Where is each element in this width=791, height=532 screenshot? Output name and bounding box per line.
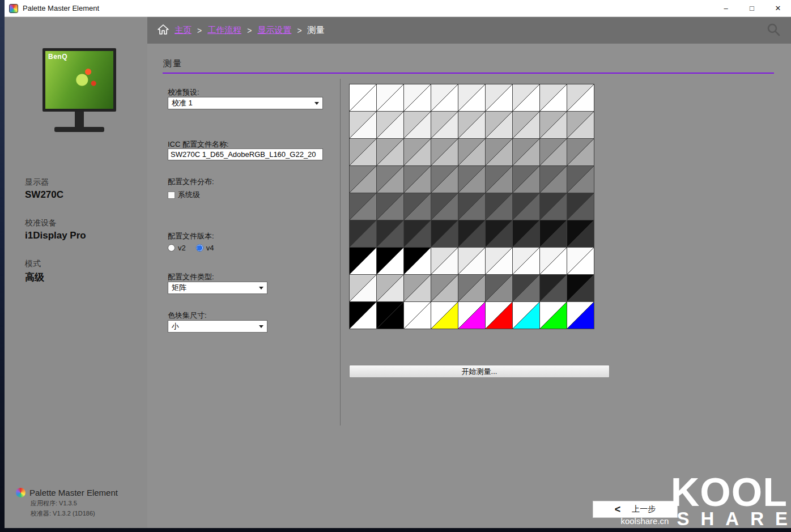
patch-cell [377, 139, 403, 165]
patch-cell [567, 302, 594, 329]
patch-cell [486, 84, 512, 111]
breadcrumb-current: 测量 [308, 25, 325, 36]
patch-cell [458, 166, 485, 193]
patch-cell [431, 84, 458, 111]
patch-cell [404, 139, 431, 165]
patch-cell [540, 220, 567, 247]
patch-cell [540, 275, 567, 301]
profile-type-select[interactable]: 矩阵 [168, 282, 267, 294]
calibrator-value: i1Display Pro [25, 230, 86, 241]
patch-cell [567, 220, 594, 247]
patch-cell [458, 275, 485, 301]
footer-app-version: 应用程序: V1.3.5 [31, 499, 118, 508]
main-area: 主页 > 工作流程 > 显示设置 > 测量 测量 校准预设: 校准 1 [147, 17, 791, 528]
display-label: 显示器 [25, 177, 63, 188]
system-level-label: 系统级 [178, 190, 200, 200]
patch-cell [513, 302, 539, 329]
patch-grid [349, 84, 594, 329]
patch-cell [350, 84, 376, 111]
patch-cell [350, 220, 376, 247]
palette-logo-icon [16, 488, 25, 497]
patch-cell [350, 275, 376, 301]
patch-cell [540, 139, 567, 165]
profile-distribution-label: 配置文件分布: [168, 177, 214, 187]
breadcrumb-separator: > [297, 26, 301, 35]
patch-cell [377, 220, 403, 247]
radio-v2[interactable] [168, 244, 175, 252]
patch-cell [567, 166, 594, 193]
preset-label: 校准预设: [168, 87, 199, 97]
monitor-screen: BenQ [42, 48, 116, 112]
maximize-button[interactable]: □ [739, 0, 765, 16]
patch-cell [486, 112, 512, 138]
patch-cell [404, 248, 431, 274]
patch-cell [486, 193, 512, 220]
patch-cell [540, 166, 567, 193]
monitor-stand [75, 111, 84, 127]
patch-cell [540, 302, 567, 329]
patch-cell [567, 139, 594, 165]
radio-v4[interactable] [196, 244, 203, 252]
patch-cell [350, 139, 376, 165]
breadcrumb-separator: > [197, 26, 202, 35]
patch-cell [431, 275, 458, 301]
patch-cell [486, 166, 512, 193]
minimize-button[interactable]: – [713, 0, 739, 16]
patch-cell [458, 84, 485, 111]
patch-cell [567, 248, 594, 274]
patch-cell [513, 220, 539, 247]
patch-cell [567, 84, 594, 111]
radio-v2-label: v2 [178, 244, 186, 252]
patch-cell [458, 220, 485, 247]
mode-label: 模式 [25, 259, 44, 269]
page-title: 测量 [163, 58, 182, 69]
patch-cell [540, 84, 567, 111]
patch-size-select[interactable]: 小 [168, 320, 267, 333]
patch-cell [431, 112, 458, 138]
patch-cell [377, 248, 403, 274]
title-bar: Palette Master Element – □ ✕ [5, 0, 791, 17]
mode-value: 高级 [25, 271, 44, 284]
patch-size-label: 色块集尺寸: [168, 310, 207, 321]
radio-v4-label: v4 [206, 244, 214, 252]
home-icon[interactable] [158, 24, 169, 37]
mode-info: 模式 高级 [25, 259, 44, 284]
title-divider [163, 73, 774, 74]
patch-cell [567, 275, 594, 301]
patch-cell [404, 302, 431, 329]
patch-cell [377, 302, 403, 329]
patch-cell [377, 112, 403, 138]
patch-cell [404, 220, 431, 247]
start-measure-button[interactable]: 开始测量... [349, 365, 610, 378]
patch-cell [486, 248, 512, 274]
system-level-checkbox[interactable] [168, 191, 175, 199]
patch-cell [513, 275, 539, 301]
preset-select[interactable]: 校准 1 [168, 97, 323, 109]
patch-cell [431, 220, 458, 247]
patch-size-value: 小 [172, 321, 179, 331]
preset-select-value: 校准 1 [172, 98, 193, 108]
patch-cell [486, 302, 512, 329]
patch-cell [404, 112, 431, 138]
calibrator-info: 校准设备 i1Display Pro [25, 218, 86, 241]
patch-cell [540, 193, 567, 220]
profile-type-value: 矩阵 [172, 283, 186, 293]
breadcrumb-workflow[interactable]: 工作流程 [207, 25, 241, 36]
patch-cell [513, 248, 539, 274]
icc-filename-input[interactable]: SW270C 1_D65_AdobeRGB_L160_G22_20 [168, 148, 323, 160]
close-button[interactable]: ✕ [765, 0, 791, 16]
calibrator-label: 校准设备 [25, 218, 86, 228]
search-icon[interactable] [766, 22, 781, 39]
patch-cell [404, 84, 431, 111]
back-button[interactable]: < 上一步 [593, 501, 678, 518]
display-info: 显示器 SW270C [25, 177, 63, 201]
patch-cell [486, 139, 512, 165]
patch-cell [540, 248, 567, 274]
patch-cell [540, 112, 567, 138]
breadcrumb-display-settings[interactable]: 显示设置 [257, 25, 291, 36]
patch-cell [431, 302, 458, 329]
breadcrumb-home[interactable]: 主页 [175, 25, 192, 36]
patch-cell [350, 193, 376, 220]
chevron-down-icon [314, 102, 319, 107]
profile-version-row: v2 v4 [168, 244, 214, 252]
